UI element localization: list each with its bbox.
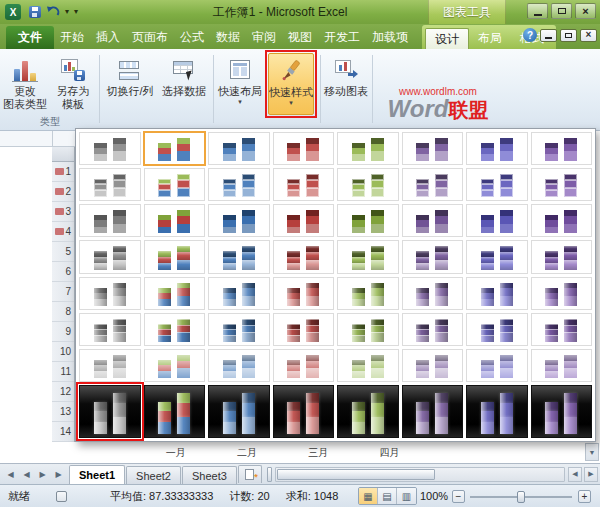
- file-tab[interactable]: 文件: [6, 26, 54, 49]
- view-button[interactable]: ▥: [397, 488, 416, 504]
- ribbon-tab[interactable]: 开始: [54, 26, 90, 49]
- save-as-template-button[interactable]: 另存为模板: [50, 52, 96, 116]
- row-header[interactable]: 5: [52, 242, 74, 262]
- ribbon-tab[interactable]: 视图: [282, 26, 318, 49]
- row-header[interactable]: 14: [52, 422, 74, 442]
- change-chart-type-button[interactable]: 更改图表类型: [2, 52, 48, 116]
- ribbon-tab[interactable]: 加载项: [366, 26, 414, 49]
- quick-layout-button[interactable]: 快速布局 ▾: [216, 52, 264, 116]
- chart-style-thumbnail[interactable]: [79, 204, 141, 237]
- zoom-slider-thumb[interactable]: [517, 491, 525, 503]
- chart-style-thumbnail[interactable]: [273, 277, 335, 310]
- row-header[interactable]: 9: [52, 322, 74, 342]
- ribbon-tab[interactable]: 公式: [174, 26, 210, 49]
- chart-style-thumbnail[interactable]: [337, 277, 399, 310]
- chart-style-thumbnail[interactable]: [466, 349, 528, 382]
- chart-style-thumbnail[interactable]: [208, 349, 270, 382]
- zoom-in-button[interactable]: +: [578, 490, 591, 503]
- chart-style-thumbnail[interactable]: [144, 168, 206, 201]
- chart-style-thumbnail[interactable]: [531, 349, 593, 382]
- move-chart-button[interactable]: 移动图表: [323, 52, 369, 116]
- chart-style-thumbnail[interactable]: [531, 277, 593, 310]
- chart-style-thumbnail[interactable]: [144, 349, 206, 382]
- qat-customize-button[interactable]: ▾: [73, 4, 79, 20]
- insert-worksheet-button[interactable]: *: [238, 465, 262, 483]
- tab-split-handle[interactable]: [267, 467, 272, 482]
- chart-style-thumbnail[interactable]: [337, 240, 399, 273]
- excel-app-icon[interactable]: X: [5, 4, 21, 20]
- chart-style-thumbnail[interactable]: [402, 168, 464, 201]
- chart-style-thumbnail[interactable]: [273, 349, 335, 382]
- workbook-close-button[interactable]: ×: [580, 29, 597, 42]
- ribbon-tab[interactable]: 插入: [90, 26, 126, 49]
- row-header[interactable]: 8: [52, 302, 74, 322]
- help-button[interactable]: ?: [523, 28, 537, 42]
- row-header[interactable]: 6: [52, 262, 74, 282]
- chart-style-thumbnail[interactable]: [531, 168, 593, 201]
- zoom-out-button[interactable]: −: [452, 490, 465, 503]
- chart-style-thumbnail[interactable]: [144, 313, 206, 346]
- chart-style-thumbnail[interactable]: [466, 313, 528, 346]
- chart-style-thumbnail[interactable]: [79, 168, 141, 201]
- chart-style-thumbnail[interactable]: [402, 385, 464, 438]
- chart-style-thumbnail[interactable]: [144, 277, 206, 310]
- prev-sheet-button[interactable]: ◀: [19, 466, 34, 482]
- chart-style-thumbnail[interactable]: [402, 277, 464, 310]
- ribbon-tab[interactable]: 开发工: [318, 26, 366, 49]
- chart-style-thumbnail[interactable]: [208, 168, 270, 201]
- chart-style-thumbnail[interactable]: [208, 313, 270, 346]
- workbook-restore-button[interactable]: [560, 29, 577, 42]
- chart-style-thumbnail[interactable]: [466, 385, 528, 438]
- chart-style-thumbnail[interactable]: [402, 313, 464, 346]
- chart-style-thumbnail[interactable]: [79, 240, 141, 273]
- maximize-button[interactable]: [551, 3, 572, 19]
- chart-style-thumbnail[interactable]: [337, 385, 399, 438]
- chart-style-thumbnail[interactable]: [466, 132, 528, 165]
- chart-style-thumbnail[interactable]: [79, 132, 141, 165]
- chart-style-thumbnail[interactable]: [273, 132, 335, 165]
- chart-style-thumbnail[interactable]: [79, 277, 141, 310]
- scroll-left-button[interactable]: ◀: [568, 467, 582, 482]
- chart-style-thumbnail[interactable]: [531, 385, 593, 438]
- zoom-slider[interactable]: [470, 496, 572, 498]
- ribbon-tab-contextual[interactable]: 设计: [425, 28, 469, 49]
- chart-style-thumbnail[interactable]: [273, 204, 335, 237]
- chart-style-thumbnail[interactable]: [208, 385, 270, 438]
- chart-style-thumbnail[interactable]: [208, 132, 270, 165]
- scroll-right-button[interactable]: ▶: [584, 467, 598, 482]
- chart-style-thumbnail[interactable]: [208, 204, 270, 237]
- chart-style-thumbnail[interactable]: [531, 240, 593, 273]
- workbook-minimize-button[interactable]: [540, 29, 557, 42]
- chart-style-thumbnail[interactable]: [337, 349, 399, 382]
- scrollbar-thumb[interactable]: [277, 469, 435, 480]
- ribbon-tab[interactable]: 数据: [210, 26, 246, 49]
- chart-style-thumbnail[interactable]: [273, 385, 335, 438]
- chart-style-thumbnail[interactable]: [208, 240, 270, 273]
- quick-styles-button[interactable]: 快速样式 ▾: [268, 53, 314, 115]
- chart-style-thumbnail[interactable]: [337, 168, 399, 201]
- select-all-corner[interactable]: [52, 147, 75, 162]
- close-button[interactable]: ×: [575, 3, 596, 19]
- chart-style-thumbnail[interactable]: [144, 132, 206, 165]
- chart-style-thumbnail[interactable]: [144, 385, 206, 438]
- chart-style-thumbnail[interactable]: [466, 277, 528, 310]
- horizontal-scrollbar[interactable]: [275, 467, 565, 482]
- chart-style-thumbnail[interactable]: [337, 313, 399, 346]
- scroll-down-button[interactable]: ▼: [585, 443, 599, 461]
- chart-style-thumbnail[interactable]: [531, 204, 593, 237]
- chart-style-thumbnail[interactable]: [531, 132, 593, 165]
- chart-style-thumbnail[interactable]: [273, 168, 335, 201]
- chart-style-thumbnail[interactable]: [79, 385, 141, 438]
- switch-row-column-button[interactable]: 切换行/列: [103, 52, 157, 116]
- sheet-tab-sheet1[interactable]: Sheet1: [69, 465, 125, 484]
- next-sheet-button[interactable]: ▶: [35, 466, 50, 482]
- chart-style-thumbnail[interactable]: [144, 240, 206, 273]
- chart-style-thumbnail[interactable]: [79, 349, 141, 382]
- ribbon-tab-contextual[interactable]: 布局: [469, 28, 511, 49]
- chart-style-thumbnail[interactable]: [273, 313, 335, 346]
- chart-style-thumbnail[interactable]: [337, 132, 399, 165]
- minimize-button[interactable]: [527, 3, 548, 19]
- row-header[interactable]: 12: [52, 382, 74, 402]
- ribbon-tab[interactable]: 页面布: [126, 26, 174, 49]
- chart-style-thumbnail[interactable]: [466, 168, 528, 201]
